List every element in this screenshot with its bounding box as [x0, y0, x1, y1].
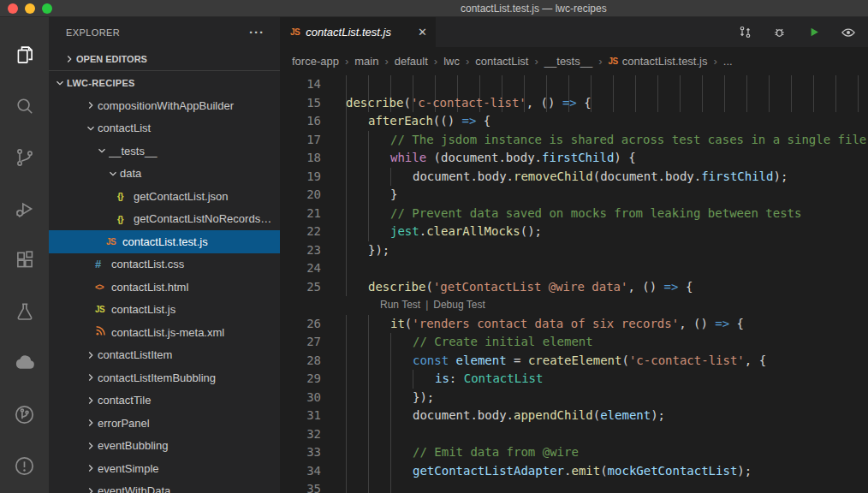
breadcrumb-label: contactList [475, 55, 528, 68]
code-line-content[interactable] [346, 259, 868, 278]
line-number[interactable]: 32 [280, 425, 321, 444]
tree-item-compositionwithappbuilder[interactable]: compositionWithAppBuilder [49, 94, 280, 117]
info-circle-icon[interactable] [0, 440, 49, 491]
source-control-icon[interactable] [0, 132, 49, 183]
breadcrumb-item[interactable]: JScontactList.test.js [609, 55, 708, 68]
line-number[interactable]: 21 [280, 205, 321, 223]
code-line-content[interactable]: describe('c-contact-list', () => { [346, 94, 868, 113]
breadcrumb-item[interactable]: __tests__ [544, 55, 592, 68]
tree-item-contactlist-js-meta-xml[interactable]: contactList.js-meta.xml [49, 321, 280, 344]
breadcrumb-separator: › [345, 55, 348, 68]
code-line-content[interactable] [346, 480, 868, 493]
line-number[interactable]: 23 [280, 241, 321, 260]
breadcrumb-item[interactable]: default [395, 55, 428, 68]
line-number[interactable]: 28 [280, 352, 321, 371]
code-line-content[interactable]: // Emit data from @wire [346, 443, 868, 462]
line-number[interactable]: 17 [280, 131, 321, 150]
minimize-window-button[interactable] [25, 3, 35, 14]
breadcrumb-item[interactable]: main [354, 55, 378, 68]
code-line-content[interactable]: it('renders contact data of six records'… [346, 315, 868, 334]
line-number[interactable]: 22 [280, 223, 321, 241]
breadcrumb-item[interactable]: force-app [292, 55, 339, 68]
js-file-icon: JS [609, 56, 618, 66]
extensions-icon[interactable] [0, 235, 49, 286]
code-line-content[interactable]: describe('getContactList @wire data', ()… [346, 278, 868, 297]
zoom-window-button[interactable] [42, 3, 52, 14]
tree-item-getcontactlistnorecords-json[interactable]: {}getContactListNoRecords.json [49, 208, 280, 231]
code-line-content[interactable]: // The jsdom instance is shared across t… [346, 131, 868, 150]
tree-item-contactlistitem[interactable]: contactListItem [49, 344, 280, 367]
line-number[interactable]: 29 [280, 370, 321, 389]
section-open-editors[interactable]: OPEN EDITORS [49, 47, 280, 70]
breadcrumb-item[interactable]: lwc [443, 55, 460, 68]
line-number[interactable]: 30 [280, 389, 321, 407]
line-number[interactable]: 20 [280, 186, 321, 205]
breadcrumb-item[interactable]: ... [723, 55, 733, 68]
line-number[interactable]: 25 [280, 278, 321, 297]
line-number[interactable]: 33 [280, 443, 321, 462]
tree-item-eventwithdata[interactable]: eventWithData [49, 480, 280, 493]
line-number[interactable]: 35 [280, 480, 321, 493]
line-number[interactable]: 27 [280, 333, 321, 352]
line-number[interactable]: 24 [280, 259, 321, 278]
line-number[interactable]: 18 [280, 149, 321, 168]
testing-beaker-icon[interactable] [0, 286, 49, 337]
tree-item-eventsimple[interactable]: eventSimple [49, 457, 280, 480]
more-actions-icon[interactable]: ··· [249, 25, 265, 39]
code-line-content[interactable] [346, 425, 868, 444]
line-number[interactable]: 14 [280, 75, 321, 94]
code-line-content[interactable]: is: ContactList [346, 370, 868, 389]
code-line-content[interactable]: }); [346, 241, 868, 260]
line-number[interactable]: 16 [280, 112, 321, 131]
line-number[interactable]: 19 [280, 168, 321, 187]
code-line-content[interactable] [346, 75, 868, 94]
tree-item-contactlist[interactable]: contactList [49, 117, 280, 140]
tree-item-errorpanel[interactable]: errorPanel [49, 412, 280, 435]
code-line-content[interactable]: }); [346, 389, 868, 407]
org-browser-icon[interactable] [0, 389, 49, 440]
code-line-content[interactable]: document.body.appendChild(element); [346, 407, 868, 425]
tree-item-contactlist-css[interactable]: #contactList.css [49, 253, 280, 276]
tree-item-contactlist-test-js[interactable]: JScontactList.test.js [49, 230, 280, 253]
line-number[interactable]: 26 [280, 315, 321, 334]
debug-test-icon[interactable] [771, 24, 788, 40]
code-line-content[interactable]: afterEach(() => { [346, 112, 868, 131]
code-line-content[interactable]: const element = createElement('c-contact… [346, 352, 868, 371]
code-line-content[interactable]: document.body.removeChild(document.body.… [346, 168, 868, 187]
code-line-content[interactable]: } [346, 186, 868, 205]
tree-item--tests-[interactable]: __tests__ [49, 140, 280, 163]
html-file-icon: <> [95, 282, 111, 292]
line-number[interactable]: 31 [280, 407, 321, 425]
tree-item-contactlist-js[interactable]: JScontactList.js [49, 299, 280, 322]
section-workspace-root[interactable]: LWC-RECIPES [49, 70, 280, 94]
explorer-icon[interactable] [0, 29, 49, 80]
tree-item-contactlistitembubbling[interactable]: contactListItemBubbling [49, 366, 280, 389]
code-editor[interactable]: 1415describe('c-contact-list', () => {16… [280, 75, 868, 493]
toggle-preview-eye-icon[interactable] [840, 24, 857, 41]
close-tab-icon[interactable]: ✕ [418, 26, 427, 39]
line-number[interactable]: 15 [280, 94, 321, 113]
line-number[interactable]: 34 [280, 462, 321, 481]
tab-contactlist-test-js[interactable]: JS contactList.test.js ✕ [280, 17, 436, 47]
run-test-icon[interactable] [806, 24, 822, 40]
code-line-content[interactable]: // Create initial element [346, 333, 868, 352]
title-bar: contactList.test.js — lwc-recipes [0, 0, 868, 17]
salesforce-cloud-icon[interactable] [0, 337, 49, 389]
run-and-debug-icon[interactable] [0, 183, 49, 235]
tree-item-data[interactable]: data [49, 163, 280, 186]
code-line-content[interactable]: while (document.body.firstChild) { [346, 149, 868, 168]
open-changes-icon[interactable] [737, 24, 753, 40]
tree-item-contacttile[interactable]: contactTile [49, 389, 280, 413]
code-line-content[interactable]: jest.clearAllMocks(); [346, 223, 868, 241]
tree-item-getcontactlist-json[interactable]: {}getContactList.json [49, 185, 280, 208]
close-window-button[interactable] [8, 3, 18, 14]
codelens-content[interactable]: Run Test|Debug Test [346, 296, 868, 315]
tree-item-eventbubbling[interactable]: eventBubbling [49, 435, 280, 458]
code-line-content[interactable]: // Prevent data saved on mocks from leak… [346, 205, 868, 223]
tree-item-contactlist-html[interactable]: <>contactList.html [49, 276, 280, 299]
breadcrumb-item[interactable]: contactList [475, 55, 528, 68]
code-line-content[interactable]: getContactListAdapter.emit(mockGetContac… [346, 462, 868, 481]
run-test-link[interactable]: Run Test [380, 299, 420, 311]
debug-test-link[interactable]: Debug Test [433, 299, 485, 311]
search-icon[interactable] [0, 80, 49, 132]
